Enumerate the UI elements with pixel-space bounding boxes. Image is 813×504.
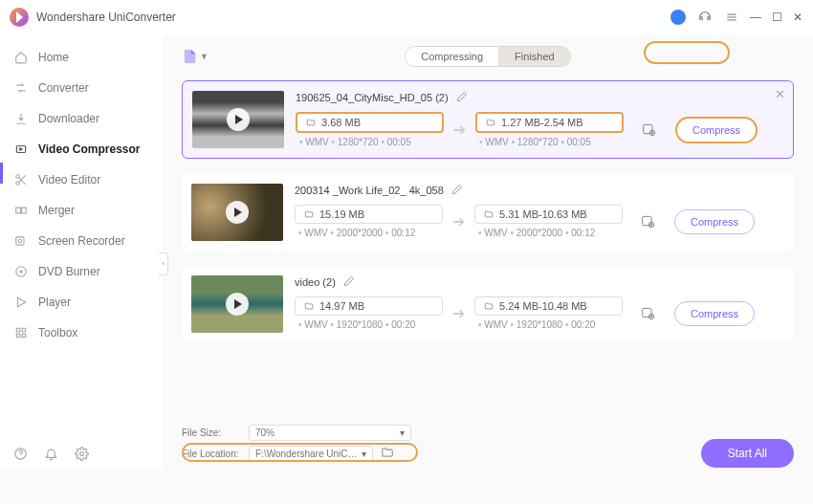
file-size-label: File Size: <box>182 427 241 438</box>
scissors-icon <box>13 172 29 187</box>
item-settings-icon[interactable] <box>640 305 657 322</box>
chevron-down-icon: ▾ <box>362 449 366 459</box>
sidebar-item-label: Converter <box>38 81 89 95</box>
settings-gear-icon[interactable] <box>75 447 90 462</box>
folder-icon <box>303 301 315 311</box>
sidebar: Home Converter Downloader Video Compress… <box>0 34 163 470</box>
tab-compressing[interactable]: Compressing <box>406 47 498 66</box>
play-overlay-icon <box>226 201 249 224</box>
tabs: Compressing Finished <box>405 46 570 67</box>
user-avatar-icon[interactable] <box>670 9 687 26</box>
sidebar-item-player[interactable]: Player <box>0 287 163 318</box>
rename-pencil-icon[interactable] <box>343 275 355 289</box>
sidebar-item-label: Screen Recorder <box>38 234 125 248</box>
home-icon <box>13 50 29 65</box>
source-size-value: 15.19 MB <box>319 208 364 220</box>
svg-rect-18 <box>22 334 26 338</box>
window-close-icon[interactable]: ✕ <box>792 9 803 26</box>
play-overlay-icon <box>227 108 250 131</box>
download-icon <box>13 111 29 126</box>
sidebar-item-video-editor[interactable]: Video Editor <box>0 164 163 195</box>
svg-rect-17 <box>16 334 20 338</box>
folder-icon <box>483 301 494 311</box>
file-size-select[interactable]: 70%▾ <box>249 425 411 441</box>
merge-icon <box>13 203 29 218</box>
app-logo-icon <box>10 8 29 27</box>
window-minimize-icon[interactable]: — <box>750 9 761 26</box>
compress-button[interactable]: Compress <box>675 117 758 143</box>
svg-rect-21 <box>644 124 652 133</box>
svg-rect-10 <box>16 237 24 245</box>
video-thumbnail[interactable] <box>191 275 283 333</box>
bottom-bar: File Size: 70%▾ File Location: F:\Wonder… <box>163 416 813 470</box>
file-card[interactable]: 200314 _Work Life_02_ 4k_05815.19 MBWMV … <box>182 174 794 251</box>
svg-rect-8 <box>16 208 21 213</box>
compress-button[interactable]: Compress <box>674 301 755 326</box>
highlight-ring <box>644 41 730 64</box>
bell-icon[interactable] <box>44 447 59 462</box>
sidebar-item-merger[interactable]: Merger <box>0 195 163 226</box>
remove-item-icon[interactable]: ✕ <box>775 87 785 101</box>
sidebar-item-label: Video Compressor <box>38 142 140 156</box>
sidebar-item-downloader[interactable]: Downloader <box>0 103 163 134</box>
sidebar-item-toolbox[interactable]: Toolbox <box>0 318 163 348</box>
file-name: 200314 _Work Life_02_ 4k_058 <box>295 185 444 196</box>
file-card[interactable]: video (2)14.97 MBWMV 1920*1080 00:20➔5.2… <box>182 266 794 342</box>
sidebar-item-label: DVD Burner <box>38 265 100 278</box>
file-location-label: File Location: <box>182 449 241 459</box>
output-size-box: 5.31 MB-10.63 MB <box>474 205 623 224</box>
output-meta: WMV 1920*1080 00:20 <box>474 319 623 330</box>
video-thumbnail[interactable] <box>191 184 283 241</box>
svg-marker-14 <box>18 297 26 306</box>
svg-point-13 <box>20 271 22 273</box>
source-size-box: 3.68 MB <box>296 112 444 133</box>
arrow-right-icon: ➔ <box>453 121 466 139</box>
tab-finished[interactable]: Finished <box>498 47 570 66</box>
output-size-value: 1.27 MB-2.54 MB <box>501 117 583 128</box>
source-meta: WMV 1280*720 00:05 <box>296 137 444 147</box>
start-all-button[interactable]: Start All <box>701 439 794 468</box>
help-icon[interactable] <box>13 447 29 462</box>
folder-icon <box>303 209 315 219</box>
sidebar-item-dvd-burner[interactable]: DVD Burner <box>0 256 163 287</box>
sidebar-item-label: Toolbox <box>38 326 77 340</box>
item-settings-icon[interactable] <box>640 213 657 230</box>
converter-icon <box>13 80 29 96</box>
output-size-value: 5.24 MB-10.48 MB <box>499 300 587 312</box>
svg-rect-16 <box>22 328 26 332</box>
file-location-select[interactable]: F:\Wondershare UniConverte▾ <box>249 446 373 462</box>
output-size-box: 5.24 MB-10.48 MB <box>474 296 623 316</box>
window-maximize-icon[interactable]: ☐ <box>771 9 782 26</box>
output-meta: WMV 2000*2000 00:12 <box>474 228 623 238</box>
sidebar-active-indicator <box>0 163 3 184</box>
titlebar: Wondershare UniConverter — ☐ ✕ <box>0 0 813 34</box>
sidebar-item-converter[interactable]: Converter <box>0 73 163 103</box>
sidebar-item-screen-recorder[interactable]: Screen Recorder <box>0 226 163 256</box>
sidebar-item-video-compressor[interactable]: Video Compressor <box>0 134 163 164</box>
folder-icon <box>485 118 496 127</box>
browse-folder-icon[interactable] <box>381 446 394 461</box>
recorder-icon <box>13 233 29 249</box>
item-settings-icon[interactable] <box>641 121 658 139</box>
rename-pencil-icon[interactable] <box>456 91 468 104</box>
svg-rect-15 <box>16 328 20 332</box>
svg-point-4 <box>16 175 20 179</box>
rename-pencil-icon[interactable] <box>451 184 463 197</box>
play-overlay-icon <box>226 293 249 316</box>
arrow-right-icon: ➔ <box>452 212 465 230</box>
play-icon <box>13 295 29 310</box>
chevron-down-icon: ▾ <box>400 427 405 438</box>
file-size-value: 70% <box>255 427 275 438</box>
add-file-button[interactable]: ▼ <box>182 47 209 66</box>
file-name: video (2) <box>295 276 336 288</box>
support-headset-icon[interactable] <box>696 9 714 26</box>
source-size-value: 3.68 MB <box>321 117 361 128</box>
svg-point-5 <box>16 182 20 186</box>
file-location-value: F:\Wondershare UniConverte <box>255 449 362 459</box>
menu-hamburger-icon[interactable] <box>723 9 740 26</box>
file-card[interactable]: 190625_04_CityMisc_HD_05 (2)3.68 MBWMV 1… <box>182 80 794 159</box>
compress-icon <box>13 142 29 157</box>
sidebar-item-home[interactable]: Home <box>0 42 163 73</box>
video-thumbnail[interactable] <box>192 91 284 148</box>
compress-button[interactable]: Compress <box>674 209 755 234</box>
